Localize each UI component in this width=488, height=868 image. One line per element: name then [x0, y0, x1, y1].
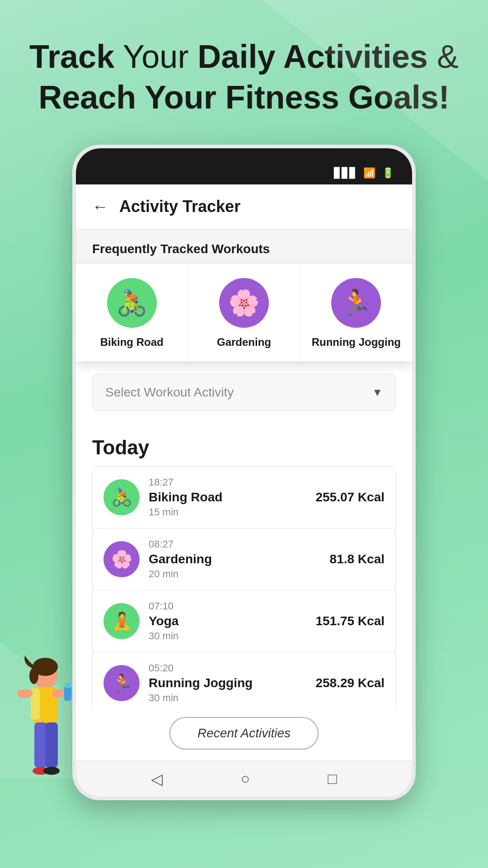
activity-icon-yoga: 🧘: [103, 603, 140, 639]
activity-time-running: 05:20: [149, 662, 306, 674]
biking-icon-circle: 🚴: [107, 278, 157, 328]
gardening-emoji: 🌸: [228, 288, 260, 318]
activity-info-gardening: 08:27 Gardening 20 min: [149, 538, 321, 580]
hero-track: Track: [29, 38, 114, 75]
workout-activity-dropdown[interactable]: Select Workout Activity ▼: [92, 374, 396, 411]
activity-name-running: Running Jogging: [149, 676, 306, 690]
activity-icon-gardening: 🌸: [103, 541, 140, 577]
nav-home-icon[interactable]: ○: [240, 770, 250, 788]
svg-rect-10: [45, 722, 58, 768]
running-emoji: 🏃: [340, 288, 372, 318]
activity-time-gardening: 08:27: [149, 538, 321, 550]
activity-kcal-biking: 255.07 Kcal: [315, 490, 385, 505]
nav-back-icon[interactable]: ◁: [151, 770, 163, 788]
activity-name-yoga: Yoga: [149, 614, 306, 628]
activity-icon-biking: 🚴: [103, 479, 140, 515]
phone-screen: ▊▊▊ 📶 🔋 ← Activity Tracker Frequently Tr…: [76, 148, 412, 797]
list-item: 🚴 18:27 Biking Road 15 min 255.07 Kcal: [93, 467, 395, 528]
activity-duration-running: 30 min: [149, 692, 306, 704]
svg-point-12: [43, 767, 60, 775]
activity-time-biking: 18:27: [149, 476, 306, 488]
biking-emoji: 🚴: [116, 288, 148, 318]
svg-point-2: [29, 668, 38, 684]
running-activity-emoji: 🏃: [111, 673, 132, 693]
activity-list: 🚴 18:27 Biking Road 15 min 255.07 Kcal 🌸: [92, 466, 396, 706]
activity-icon-running: 🏃: [103, 665, 140, 701]
dropdown-arrow-icon: ▼: [372, 386, 383, 399]
signal-icon: ▊▊▊: [334, 167, 357, 179]
workout-card-biking[interactable]: 🚴 Biking Road: [76, 264, 188, 361]
app-title: Activity Tracker: [119, 197, 240, 216]
list-item: 🧘 07:10 Yoga 30 min 151.75 Kcal: [93, 590, 395, 652]
svg-rect-8: [65, 683, 70, 688]
bottom-btn-area: Recent Activities: [76, 706, 412, 760]
app-header: ← Activity Tracker: [76, 184, 412, 229]
svg-rect-5: [17, 689, 33, 698]
activity-kcal-running: 258.29 Kcal: [315, 676, 385, 690]
app-content: ← Activity Tracker Frequently Tracked Wo…: [76, 184, 412, 797]
hero-your: Your: [123, 38, 197, 75]
yoga-activity-emoji: 🧘: [111, 611, 132, 631]
activity-kcal-yoga: 151.75 Kcal: [315, 614, 385, 628]
nav-apps-icon[interactable]: □: [328, 770, 337, 788]
activity-kcal-gardening: 81.8 Kcal: [330, 552, 385, 566]
gardening-activity-emoji: 🌸: [111, 549, 132, 569]
biking-label: Biking Road: [100, 336, 164, 349]
phone-nav-bar: ◁ ○ □: [76, 760, 412, 797]
activity-time-yoga: 07:10: [149, 600, 306, 612]
activity-info-biking: 18:27 Biking Road 15 min: [149, 476, 306, 518]
recent-activities-button[interactable]: Recent Activities: [169, 717, 319, 750]
activity-info-running: 05:20 Running Jogging 30 min: [149, 662, 306, 704]
running-icon-circle: 🏃: [331, 278, 381, 328]
activity-name-biking: Biking Road: [149, 490, 306, 505]
workout-card-gardening[interactable]: 🌸 Gardening: [188, 264, 300, 361]
biking-activity-emoji: 🚴: [111, 487, 132, 507]
activity-duration-gardening: 20 min: [149, 568, 321, 580]
dropdown-area: Select Workout Activity ▼: [76, 361, 412, 424]
workout-cards-row: 🚴 Biking Road 🌸 Gardening 🏃 Running Jogg…: [76, 264, 412, 361]
activity-duration-biking: 15 min: [149, 506, 306, 518]
svg-rect-7: [64, 686, 71, 701]
activity-duration-yoga: 30 min: [149, 630, 306, 642]
status-bar: ▊▊▊ 📶 🔋: [76, 148, 412, 184]
decorative-figure: [0, 651, 81, 823]
frequently-tracked-label: Frequently Tracked Workouts: [76, 229, 412, 264]
workout-card-running[interactable]: 🏃 Running Jogging: [300, 264, 412, 361]
back-button[interactable]: ←: [92, 197, 108, 216]
today-title: Today: [92, 424, 396, 466]
today-section: Today 🚴 18:27 Biking Road 15 min 255.07 …: [76, 424, 412, 706]
svg-rect-9: [34, 722, 47, 768]
gardening-icon-circle: 🌸: [219, 278, 269, 328]
phone-frame: ▊▊▊ 📶 🔋 ← Activity Tracker Frequently Tr…: [72, 145, 416, 800]
running-label: Running Jogging: [312, 336, 401, 349]
dropdown-placeholder: Select Workout Activity: [105, 385, 234, 400]
activity-info-yoga: 07:10 Yoga 30 min: [149, 600, 306, 642]
wifi-icon: 📶: [363, 167, 375, 179]
activity-name-gardening: Gardening: [149, 552, 321, 566]
gardening-label: Gardening: [217, 336, 271, 349]
battery-icon: 🔋: [382, 167, 394, 179]
list-item: 🌸 08:27 Gardening 20 min 81.8 Kcal: [93, 528, 395, 590]
list-item: 🏃 05:20 Running Jogging 30 min 258.29 Kc…: [93, 652, 395, 706]
